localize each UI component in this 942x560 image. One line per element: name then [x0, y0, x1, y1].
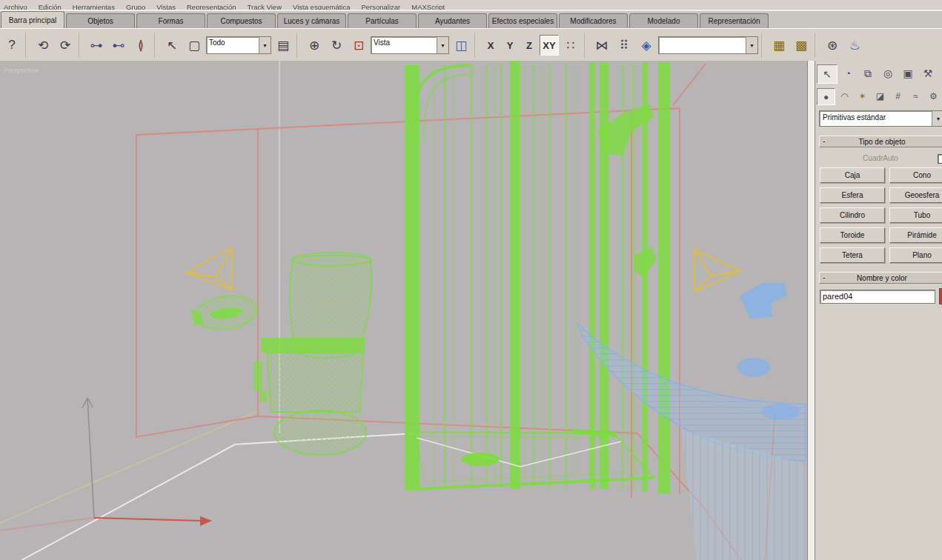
primitive-type-value: Primitivas estándar: [820, 111, 932, 126]
help-icon[interactable]: ?: [1, 34, 22, 56]
array-icon[interactable]: ⠿: [614, 34, 634, 56]
menu-item-representaci-n[interactable]: Representación: [187, 3, 236, 11]
viewport-canvas[interactable]: [0, 61, 807, 560]
toolbar-separator: [815, 33, 819, 58]
menu-item-maxscript[interactable]: MAXScript: [411, 3, 445, 11]
material-editor-icon[interactable]: ⊛: [822, 34, 843, 56]
spacewarps-category[interactable]: ≈: [907, 88, 924, 104]
restrict-z-button[interactable]: Z: [520, 36, 538, 55]
cameras-category[interactable]: ◪: [872, 88, 889, 104]
object-button-geoesfera[interactable]: Geoesfera: [889, 187, 942, 203]
systems-category[interactable]: ⚙: [925, 88, 942, 104]
selection-region-icon[interactable]: ▢: [184, 34, 205, 56]
tab-modificadores[interactable]: Modificadores: [559, 13, 628, 28]
object-button-cono[interactable]: Cono: [889, 167, 942, 183]
render-scene-icon[interactable]: ♨: [844, 34, 865, 56]
object-name-input[interactable]: [820, 290, 935, 304]
object-button-cilindro[interactable]: Cilindro: [820, 207, 885, 223]
tab-ayudantes[interactable]: Ayudantes: [418, 13, 487, 28]
chevron-down-icon[interactable]: ▼: [932, 111, 942, 126]
object-button-pir-mide[interactable]: Pirámide: [889, 227, 942, 243]
restrict-y-button[interactable]: Y: [501, 36, 519, 55]
rollout-object-type[interactable]: - Tipo de objeto: [819, 136, 942, 147]
use-pivot-center-icon[interactable]: ◫: [451, 34, 471, 56]
3dsmax-window: { "ui": { "dropdown_arrow": "▼" }, "menu…: [0, 0, 942, 560]
toolbar-separator: [296, 33, 301, 58]
hierarchy-tab[interactable]: ⧉: [858, 64, 878, 82]
tab-efectos-especiales[interactable]: Efectos especiales: [488, 13, 557, 28]
select-and-rotate-icon[interactable]: ↻: [326, 34, 347, 56]
shapes-category[interactable]: ◠: [836, 88, 853, 104]
redo-icon[interactable]: ⟳: [55, 34, 76, 56]
tab-objetos[interactable]: Objetos: [66, 13, 135, 28]
viewport-label: Perspectiva: [4, 67, 39, 74]
named-selection-sets-dropdown[interactable]: ▼: [658, 36, 758, 54]
helpers-category[interactable]: #: [889, 88, 906, 104]
tab-barra-principal[interactable]: Barra principal: [1, 11, 64, 28]
selection-filter-dropdown-value: Todo: [207, 37, 259, 53]
menu-item-herramientas[interactable]: Herramientas: [73, 3, 115, 11]
chevron-down-icon[interactable]: ▼: [437, 37, 448, 53]
select-and-scale-icon[interactable]: ⊡: [348, 34, 369, 56]
toolbar-tab-bar: Barra principalObjetosFormasCompuestosLu…: [0, 11, 942, 29]
object-button-toroide[interactable]: Toroide: [820, 227, 885, 243]
tab-modelado[interactable]: Modelado: [629, 13, 698, 28]
modify-tab[interactable]: ◔: [838, 64, 858, 82]
reference-coordsys-dropdown[interactable]: Vista▼: [371, 36, 449, 54]
chevron-down-icon[interactable]: ▼: [746, 37, 757, 53]
object-button-plano[interactable]: Plano: [889, 247, 942, 263]
menu-item-edici-n[interactable]: Edición: [39, 3, 62, 11]
bind-to-spacewarp-icon[interactable]: ≬: [130, 34, 151, 56]
motion-tab[interactable]: ◎: [878, 64, 898, 82]
unlink-selection-icon[interactable]: ⊷: [108, 34, 129, 56]
mirror-icon[interactable]: ⋈: [591, 34, 612, 56]
select-and-move-icon[interactable]: ⊕: [304, 34, 325, 56]
object-type-buttons: CajaConoEsferaGeoesferaCilindroTuboToroi…: [820, 167, 942, 263]
object-button-tetera[interactable]: Tetera: [820, 247, 885, 263]
menu-item-personalizar[interactable]: Personalizar: [361, 3, 400, 11]
tab-formas[interactable]: Formas: [136, 13, 205, 28]
selection-filter-dropdown[interactable]: Todo▼: [206, 36, 271, 54]
object-button-tubo[interactable]: Tubo: [889, 207, 942, 223]
restrict-xy-plane-button[interactable]: XY: [540, 35, 559, 56]
primitive-type-dropdown[interactable]: Primitivas estándar ▼: [819, 110, 942, 127]
create-tab[interactable]: ↖: [817, 64, 837, 84]
world-axis-tripod: [82, 398, 212, 526]
named-selection-sets-dropdown-value: [659, 37, 746, 53]
align-icon[interactable]: ◈: [636, 34, 657, 56]
menu-item-archivo[interactable]: Archivo: [4, 3, 27, 11]
chevron-down-icon[interactable]: ▼: [259, 37, 271, 53]
autogrid-checkbox[interactable]: [938, 154, 942, 164]
light-cone-gizmos-yellow: [186, 247, 740, 292]
geometry-category[interactable]: ●: [817, 88, 835, 105]
object-button-esfera[interactable]: Esfera: [820, 187, 885, 203]
create-category-row: ●◠✶◪#≈⚙: [817, 88, 942, 105]
tab-luces-y-c-maras[interactable]: Luces y cámaras: [277, 13, 346, 28]
rollout-name-color-title: Nombre y color: [824, 274, 940, 282]
viewport[interactable]: Perspectiva: [0, 61, 807, 560]
restrict-x-button[interactable]: X: [482, 36, 500, 55]
select-object-icon[interactable]: ↖: [162, 34, 182, 56]
object-button-caja[interactable]: Caja: [820, 167, 885, 183]
spacing-tool-icon[interactable]: ∷: [560, 34, 581, 56]
menu-item-vistas[interactable]: Vistas: [156, 3, 176, 11]
tab-compuestos[interactable]: Compuestos: [207, 13, 276, 28]
lights-category[interactable]: ✶: [854, 88, 871, 104]
utilities-tab[interactable]: ⚒: [918, 64, 938, 82]
rollout-name-color[interactable]: - Nombre y color: [819, 272, 942, 284]
viewport-panel-divider[interactable]: [807, 61, 815, 560]
tab-part-culas[interactable]: Partículas: [348, 13, 417, 28]
object-color-swatch[interactable]: [939, 288, 942, 304]
schematic-view-icon[interactable]: ▩: [791, 34, 812, 56]
undo-icon[interactable]: ⟲: [33, 34, 53, 56]
menu-item-track-view[interactable]: Track View: [248, 3, 282, 11]
menu-item-grupo[interactable]: Grupo: [126, 3, 145, 11]
shower-tray-green: [406, 431, 654, 489]
select-and-link-icon[interactable]: ⊶: [86, 34, 107, 56]
tab-representaci-n[interactable]: Representación: [700, 13, 769, 28]
object-name-row: [820, 288, 942, 304]
track-view-icon[interactable]: ▦: [769, 34, 789, 56]
menu-item-vista-esquem-tica[interactable]: Vista esquemática: [293, 3, 350, 11]
select-by-name-icon[interactable]: ▤: [273, 34, 293, 56]
display-tab[interactable]: ▣: [898, 64, 918, 82]
